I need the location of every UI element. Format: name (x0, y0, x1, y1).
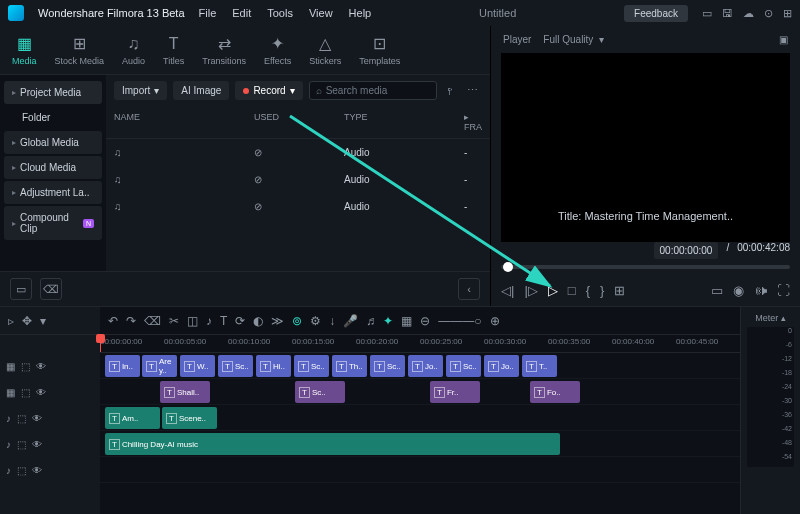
volume-icon[interactable]: 🕪 (754, 283, 767, 298)
zoom-out-icon[interactable]: ⊖ (420, 314, 430, 328)
lock-icon[interactable]: ⬚ (21, 361, 30, 372)
track-v2[interactable]: TIn..TAre y..TW..TSc..THi..TSc..TTh..TSc… (100, 353, 740, 379)
tab-templates[interactable]: ⊡Templates (359, 34, 400, 66)
sidebar-cloud-media[interactable]: ▸Cloud Media (4, 156, 102, 179)
undo-icon[interactable]: ↶ (108, 314, 118, 328)
speed-icon[interactable]: ⟳ (235, 314, 245, 328)
ratio-icon[interactable]: ⊞ (614, 283, 625, 298)
feedback-button[interactable]: Feedback (624, 5, 688, 22)
cloud-icon[interactable]: ☁ (743, 7, 754, 20)
playhead[interactable] (100, 335, 101, 352)
visible-icon[interactable]: 👁 (32, 413, 42, 424)
media-row[interactable]: ♫⊘Audio- (106, 139, 490, 166)
delete-icon[interactable]: ⌫ (144, 314, 161, 328)
filter-icon[interactable]: ⫯ (443, 85, 457, 97)
detach-icon[interactable]: ▭ (711, 283, 723, 298)
sidebar-folder[interactable]: Folder (4, 106, 102, 129)
fullscreen-icon[interactable]: ⛶ (777, 283, 790, 298)
scrubber[interactable] (501, 265, 790, 269)
clip[interactable]: TSc.. (446, 355, 481, 377)
clip[interactable]: TSc.. (370, 355, 405, 377)
more-icon[interactable]: ≫ (271, 314, 284, 328)
meter-label[interactable]: Meter ▴ (747, 313, 794, 323)
media-row[interactable]: ♫⊘Audio- (106, 166, 490, 193)
step-back-icon[interactable]: |▷ (524, 283, 537, 298)
folder-icon[interactable]: ▭ (10, 278, 32, 300)
clip[interactable]: TFo.. (530, 381, 580, 403)
lock-icon[interactable]: ⬚ (17, 439, 26, 450)
prev-frame-icon[interactable]: ◁| (501, 283, 514, 298)
import-button[interactable]: Import▾ (114, 81, 167, 100)
clip[interactable]: THi.. (256, 355, 291, 377)
visible-icon[interactable]: 👁 (36, 387, 46, 398)
zoom-slider[interactable]: ———○ (438, 314, 481, 328)
play-icon[interactable]: ▷ (548, 283, 558, 298)
stop-icon[interactable]: □ (568, 283, 576, 298)
pointer-icon[interactable]: ▹ (8, 314, 14, 328)
col-type[interactable]: TYPE (344, 112, 464, 132)
menu-help[interactable]: Help (349, 7, 372, 19)
tab-audio[interactable]: ♫Audio (122, 35, 145, 66)
mark-out-icon[interactable]: } (600, 283, 604, 298)
clip[interactable]: TSc.. (218, 355, 253, 377)
track-a2[interactable]: TChilling Day-AI music (100, 431, 740, 457)
snapshot-icon[interactable]: ▣ (779, 34, 788, 45)
clip[interactable]: TScene.. (162, 407, 217, 429)
clip[interactable]: TT.. (522, 355, 557, 377)
tab-media[interactable]: ▦Media (12, 34, 37, 66)
ai-icon[interactable]: ✦ (383, 314, 393, 328)
monitor-icon[interactable]: ▭ (702, 7, 712, 20)
mic-icon[interactable]: 🎤 (343, 314, 358, 328)
chevron-down-icon[interactable]: ▾ (40, 314, 46, 328)
redo-icon[interactable]: ↷ (126, 314, 136, 328)
lock-icon[interactable]: ⬚ (17, 413, 26, 424)
marker-icon[interactable]: ↓ (329, 314, 335, 328)
gear-icon[interactable]: ⚙ (310, 314, 321, 328)
tab-stickers[interactable]: △Stickers (309, 34, 341, 66)
track-a3[interactable] (100, 457, 740, 483)
record-button[interactable]: Record▾ (235, 81, 302, 100)
headset-icon[interactable]: ⊙ (764, 7, 773, 20)
camera-icon[interactable]: ◉ (733, 283, 744, 298)
search-input[interactable]: ⌕Search media (309, 81, 437, 100)
clip[interactable]: TJo.. (484, 355, 519, 377)
menu-file[interactable]: File (199, 7, 217, 19)
clip[interactable]: TAre y.. (142, 355, 177, 377)
menu-edit[interactable]: Edit (232, 7, 251, 19)
sidebar-project-media[interactable]: ▸Project Media (4, 81, 102, 104)
clip[interactable]: TJo.. (408, 355, 443, 377)
clip[interactable]: TIn.. (105, 355, 140, 377)
lock-icon[interactable]: ⬚ (21, 387, 30, 398)
track-a1[interactable]: TAm..TScene.. (100, 405, 740, 431)
tab-stock[interactable]: ⊞Stock Media (55, 34, 105, 66)
clip[interactable]: TAm.. (105, 407, 160, 429)
more-icon[interactable]: ⋯ (463, 84, 482, 97)
music-icon[interactable]: ♪ (206, 314, 212, 328)
mixer-icon[interactable]: ♬ (366, 314, 375, 328)
sidebar-global-media[interactable]: ▸Global Media (4, 131, 102, 154)
col-used[interactable]: USED (254, 112, 344, 132)
ai-image-button[interactable]: AI Image (173, 81, 229, 100)
menu-tools[interactable]: Tools (267, 7, 293, 19)
mark-in-icon[interactable]: { (586, 283, 590, 298)
collapse-icon[interactable]: ‹ (458, 278, 480, 300)
tab-effects[interactable]: ✦Effects (264, 34, 291, 66)
col-fra[interactable]: ▸ FRA (464, 112, 482, 132)
grid-icon[interactable]: ⊞ (783, 7, 792, 20)
sidebar-compound[interactable]: ▸Compound ClipN (4, 206, 102, 240)
trash-icon[interactable]: ⌫ (40, 278, 62, 300)
tab-transitions[interactable]: ⇄Transitions (202, 34, 246, 66)
clip[interactable]: TW.. (180, 355, 215, 377)
tab-titles[interactable]: TTitles (163, 35, 184, 66)
cut-icon[interactable]: ✂ (169, 314, 179, 328)
clip[interactable]: TSc.. (294, 355, 329, 377)
visible-icon[interactable]: 👁 (32, 465, 42, 476)
visible-icon[interactable]: 👁 (32, 439, 42, 450)
col-name[interactable]: NAME (114, 112, 254, 132)
clip[interactable]: TChilling Day-AI music (105, 433, 560, 455)
zoom-in-icon[interactable]: ⊕ (490, 314, 500, 328)
lock-icon[interactable]: ⬚ (17, 465, 26, 476)
clip[interactable]: TFr.. (430, 381, 480, 403)
visible-icon[interactable]: 👁 (36, 361, 46, 372)
select-icon[interactable]: ✥ (22, 314, 32, 328)
